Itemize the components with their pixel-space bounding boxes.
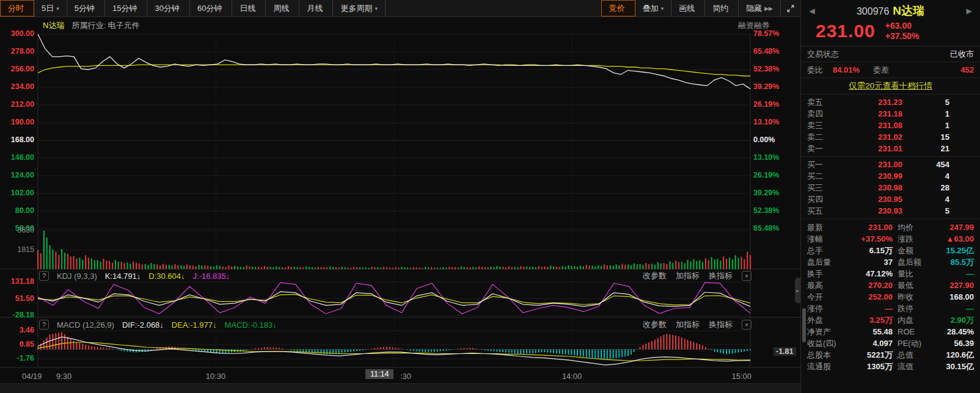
- stock-name: N达瑞: [893, 4, 924, 17]
- sell-order-book: 卖五 231.23 5 卖四 231.18 1 卖三 231.08 1 卖二 2…: [801, 95, 980, 157]
- change-params-button[interactable]: 改参数: [643, 319, 667, 330]
- minute-chart-canvas[interactable]: 300.0078.57%278.0065.48%256.0052.38%234.…: [0, 17, 800, 393]
- toolbar-button[interactable]: 15分钟: [105, 0, 147, 16]
- order-level-label: 买五: [807, 205, 834, 217]
- toolbar-button[interactable]: 60分钟: [190, 0, 232, 16]
- toolbar-button[interactable]: 竞价: [601, 0, 635, 16]
- trade-status-label: 交易状态: [807, 49, 839, 60]
- chart-stock-title: N达瑞所属行业: 电子元件: [43, 20, 140, 31]
- time-crosshair-label: 11:14: [365, 369, 393, 379]
- stat-value: 56.39: [933, 337, 974, 349]
- fullscreen-icon[interactable]: [781, 0, 800, 16]
- margin-trading-tag[interactable]: 融资融券: [738, 20, 770, 31]
- order-volume: 1: [902, 108, 974, 120]
- industry-label: 所属行业: 电子元件: [71, 21, 139, 30]
- prev-stock-icon[interactable]: ◀: [806, 7, 818, 15]
- order-book-row[interactable]: 卖三 231.08 1: [801, 120, 980, 131]
- stock-name-label: N达瑞: [43, 21, 64, 30]
- panel-scrollbar[interactable]: [802, 308, 806, 342]
- chevron-down-icon: ▾: [661, 5, 664, 12]
- toolbar-left-group: 分时 5日 ▾ 5分钟 15分钟 30分钟 60分钟 日线 周线 月线 更多周期…: [0, 0, 386, 16]
- toolbar-button[interactable]: 画线: [671, 0, 705, 16]
- stat-value: 30.15亿: [933, 361, 974, 372]
- stat-row: 净资产 55.48 ROE 28.45%: [801, 326, 980, 337]
- toolbar-button[interactable]: 月线: [299, 0, 333, 16]
- order-price: 230.99: [834, 170, 902, 182]
- panel-collapse-handle[interactable]: ▸: [795, 278, 800, 303]
- order-level-label: 买三: [807, 182, 834, 193]
- close-icon[interactable]: ×: [742, 271, 751, 281]
- toolbar-button[interactable]: 周线: [266, 0, 299, 16]
- toolbar-button[interactable]: 分时: [0, 0, 34, 16]
- order-price: 231.23: [834, 96, 902, 108]
- close-icon[interactable]: ×: [742, 320, 751, 330]
- next-stock-icon[interactable]: ▶: [963, 7, 975, 15]
- change-params-button[interactable]: 改参数: [643, 270, 667, 281]
- weibi-label: 委比: [807, 65, 823, 76]
- toolbar-button-label: 简约: [712, 3, 728, 14]
- macd-dea-value: DEA:-1.977↓: [172, 320, 217, 330]
- price-change: +63.00: [885, 21, 920, 31]
- order-book-row[interactable]: 买五 230.93 5: [801, 205, 980, 217]
- toolbar-button-label: 5分钟: [75, 3, 95, 14]
- order-price: 230.95: [834, 193, 902, 205]
- order-price: 231.01: [834, 143, 902, 154]
- switch-indicator-button[interactable]: 换指标: [709, 319, 733, 330]
- toolbar-button[interactable]: 日线: [232, 0, 266, 16]
- time-axis-date: 04/19: [22, 371, 42, 382]
- stat-label: 盘后量: [807, 256, 845, 268]
- toolbar-button[interactable]: 30分钟: [147, 0, 189, 16]
- level2-link[interactable]: 仅需20元查看十档行情: [849, 81, 932, 92]
- help-icon[interactable]: ?: [39, 320, 49, 330]
- toolbar-button-label: 15分钟: [112, 3, 137, 14]
- add-indicator-button[interactable]: 加指标: [676, 270, 700, 281]
- stat-label: 流通股: [807, 361, 845, 372]
- switch-indicator-button[interactable]: 换指标: [709, 270, 733, 281]
- toolbar-button-label: 分时: [8, 3, 24, 14]
- toolbar-button-label: 竞价: [609, 3, 625, 14]
- stat-value: 247.99: [933, 222, 974, 233]
- stat-row: 涨停 — 跌停 —: [801, 303, 980, 314]
- help-icon[interactable]: ?: [39, 271, 49, 281]
- order-book-row[interactable]: 卖二 231.02 15: [801, 131, 980, 143]
- order-book-row[interactable]: 买四 230.95 4: [801, 193, 980, 205]
- stock-stats-grid: 最新 231.00 均价 247.99 涨幅 +37.50% 涨跌 ▲63.00…: [801, 219, 980, 372]
- toolbar-button[interactable]: 叠加 ▾: [635, 0, 672, 16]
- stat-value: —: [933, 303, 974, 314]
- stat-label: 最新: [807, 222, 845, 233]
- order-level-label: 卖一: [807, 143, 834, 154]
- stat-label: 跌停: [893, 303, 933, 314]
- stat-label: 量比: [893, 268, 933, 279]
- time-axis-1030: 10:30: [202, 371, 230, 382]
- order-volume: 4: [902, 170, 974, 182]
- stat-row: 换手 47.12% 量比 —: [801, 268, 980, 279]
- kdj-d-value: D:30.604↓: [148, 272, 185, 281]
- stat-value: 252.00: [845, 291, 893, 303]
- order-book-row[interactable]: 买一 231.00 454: [801, 159, 980, 170]
- buy-order-book: 买一 231.00 454 买二 230.99 4 买三 230.98 28 买…: [801, 157, 980, 219]
- toolbar-button[interactable]: 更多周期 ▾: [333, 0, 386, 16]
- stat-label: 今开: [807, 291, 845, 303]
- order-book-row[interactable]: 卖四 231.18 1: [801, 108, 980, 120]
- order-book-row[interactable]: 买二 230.99 4: [801, 170, 980, 182]
- toolbar-button[interactable]: 5分钟: [67, 0, 105, 16]
- stat-value: 2.90万: [933, 314, 974, 326]
- order-book-row[interactable]: 卖五 231.23 5: [801, 96, 980, 108]
- toolbar-button[interactable]: 隐藏 ▶▶: [739, 0, 781, 16]
- order-book-row[interactable]: 买三 230.98 28: [801, 182, 980, 193]
- order-price: 231.08: [834, 120, 902, 131]
- order-volume: 15: [902, 131, 974, 143]
- kdj-title: KDJ (9,3,3): [57, 272, 97, 281]
- stat-label: ROE: [893, 326, 933, 337]
- stat-label: 收益(四): [807, 337, 845, 349]
- order-book-row[interactable]: 卖一 231.01 21: [801, 143, 980, 154]
- last-price: 231.00: [816, 21, 876, 41]
- stat-row: 最高 270.20 最低 227.90: [801, 279, 980, 291]
- toolbar-button[interactable]: 5日 ▾: [34, 0, 67, 16]
- quote-header: ◀ 300976N达瑞 ▶ 231.00 +63.00 +37.50%: [801, 0, 980, 46]
- add-indicator-button[interactable]: 加指标: [676, 319, 700, 330]
- toolbar-button[interactable]: 简约: [705, 0, 739, 16]
- toolbar-button-label: 叠加: [643, 3, 659, 14]
- order-level-label: 买一: [807, 159, 834, 170]
- order-level-label: 买四: [807, 193, 834, 205]
